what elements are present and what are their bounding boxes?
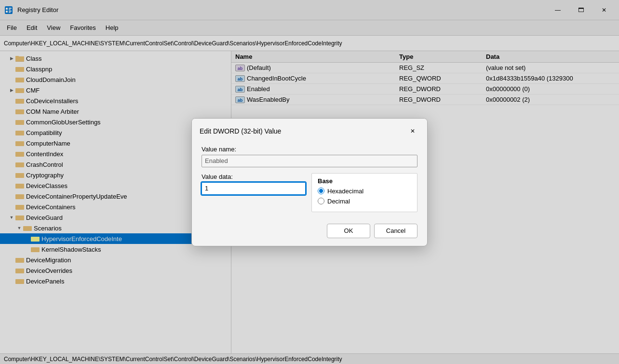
dialog-close-button[interactable]: ✕ — [406, 124, 419, 138]
value-name-label: Value name: — [202, 146, 417, 153]
dialog-body: Value name: Value data: Base Hexadecimal… — [192, 142, 427, 220]
edit-dword-dialog: Edit DWORD (32-bit) Value ✕ Value name: … — [191, 118, 428, 246]
value-data-label: Value data: — [202, 173, 306, 180]
value-data-input[interactable] — [202, 182, 306, 195]
modal-overlay: Edit DWORD (32-bit) Value ✕ Value name: … — [0, 0, 619, 364]
dialog-title: Edit DWORD (32-bit) Value — [200, 127, 281, 135]
dialog-titlebar: Edit DWORD (32-bit) Value ✕ — [192, 119, 427, 142]
ok-button[interactable]: OK — [327, 224, 370, 238]
decimal-label: Decimal — [327, 198, 350, 205]
decimal-radio[interactable] — [318, 198, 324, 204]
dialog-buttons: OK Cancel — [192, 220, 427, 246]
base-col: Base Hexadecimal Decimal — [311, 173, 417, 212]
hexadecimal-radio[interactable] — [318, 188, 324, 194]
value-name-input[interactable] — [202, 155, 417, 167]
base-title: Base — [318, 177, 411, 185]
radio-hexadecimal[interactable]: Hexadecimal — [318, 188, 411, 195]
cancel-button[interactable]: Cancel — [374, 224, 417, 238]
hexadecimal-label: Hexadecimal — [327, 188, 363, 195]
dialog-row: Value data: Base Hexadecimal Decimal — [202, 173, 417, 212]
value-data-col: Value data: — [202, 173, 306, 212]
radio-decimal[interactable]: Decimal — [318, 198, 411, 205]
